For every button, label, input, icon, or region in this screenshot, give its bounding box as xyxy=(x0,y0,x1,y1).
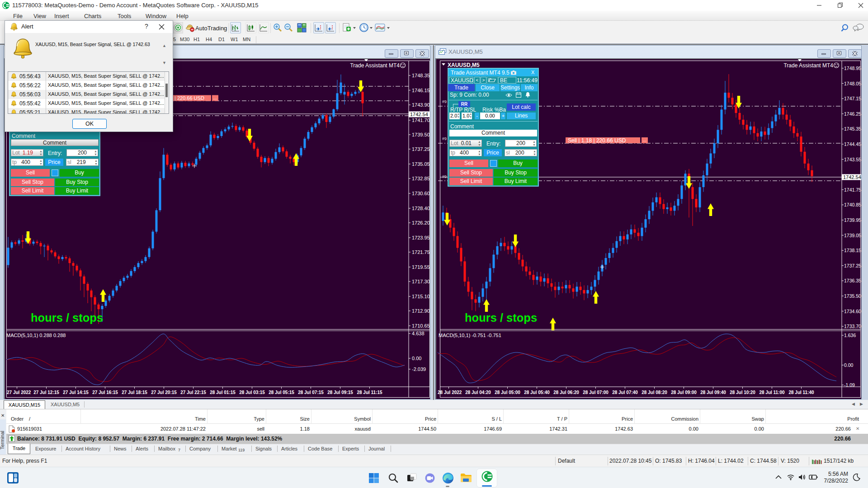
svg-text:1712.90: 1712.90 xyxy=(412,308,430,314)
svg-text:1735.50: 1735.50 xyxy=(844,293,861,299)
svg-text:1737.25: 1737.25 xyxy=(412,146,430,152)
svg-text:Sell | 1.18 | 220.66 USD: Sell | 1.18 | 220.66 USD xyxy=(568,137,626,144)
svg-text:1745.35: 1745.35 xyxy=(844,126,861,131)
svg-text:28 Jul 06:20: 28 Jul 06:20 xyxy=(553,390,579,395)
svg-text:0.00: 0.00 xyxy=(844,362,854,368)
svg-text:...: ... xyxy=(213,95,217,100)
svg-text:28 Jul 07:40: 28 Jul 07:40 xyxy=(612,390,638,395)
svg-text:hours / stops: hours / stops xyxy=(31,311,103,324)
svg-text:1748.35: 1748.35 xyxy=(412,73,430,78)
svg-text:28 Jul 07:15: 28 Jul 07:15 xyxy=(298,390,324,395)
svg-text:1726.20: 1726.20 xyxy=(412,220,430,225)
svg-text:28 Jul 09:00: 28 Jul 09:00 xyxy=(671,390,697,395)
svg-text:1710.65: 1710.65 xyxy=(412,323,430,328)
svg-text:1741.70: 1741.70 xyxy=(412,117,430,123)
svg-text:Trade Assistant MT4: Trade Assistant MT4 xyxy=(350,62,400,69)
svg-text:...: ... xyxy=(643,137,646,142)
svg-text:28 Jul 11:40: 28 Jul 11:40 xyxy=(788,390,814,395)
svg-text:28 Jul 09:15: 28 Jul 09:15 xyxy=(327,390,353,395)
svg-text:28 Jul 03:15: 28 Jul 03:15 xyxy=(239,390,265,395)
svg-text:1721.75: 1721.75 xyxy=(412,249,430,255)
svg-text:#9: #9 xyxy=(442,174,447,179)
svg-text:0.00: 0.00 xyxy=(412,356,421,361)
svg-text:28 Jul 10:20: 28 Jul 10:20 xyxy=(730,390,755,395)
svg-text:1715.10: 1715.10 xyxy=(412,294,430,299)
svg-text:28 Jul 08:20: 28 Jul 08:20 xyxy=(642,390,667,395)
svg-text:1717.30: 1717.30 xyxy=(412,279,430,284)
svg-text:1739.50: 1739.50 xyxy=(412,132,430,137)
svg-text:28 Jul 05:15: 28 Jul 05:15 xyxy=(269,390,294,395)
svg-text:1740.85: 1740.85 xyxy=(844,202,861,207)
svg-text:1742.54: 1742.54 xyxy=(410,112,428,117)
svg-text:1746.15: 1746.15 xyxy=(412,88,430,93)
svg-text:1747.15: 1747.15 xyxy=(844,96,861,101)
svg-text:1733.70: 1733.70 xyxy=(844,324,861,329)
svg-text:| 220.66 USD: | 220.66 USD xyxy=(175,95,204,101)
svg-text:MACD(5,10,1) -0.751 -0.751: MACD(5,10,1) -0.751 -0.751 xyxy=(439,333,501,338)
svg-text:1748.05: 1748.05 xyxy=(844,81,861,86)
svg-text:28 Jul 05:40: 28 Jul 05:40 xyxy=(524,390,550,395)
svg-text:1748.95: 1748.95 xyxy=(844,66,861,71)
svg-text:28 Jul 09:40: 28 Jul 09:40 xyxy=(700,390,726,395)
svg-text:27 Jul 18:15: 27 Jul 18:15 xyxy=(122,390,147,395)
svg-text:1723.95: 1723.95 xyxy=(412,235,430,240)
svg-text:#9: #9 xyxy=(442,99,447,104)
svg-text:1.636: 1.636 xyxy=(844,333,856,338)
svg-text:28 Jul 05:00: 28 Jul 05:00 xyxy=(495,390,520,395)
svg-text:XAUUSD,M5: XAUUSD,M5 xyxy=(448,62,480,68)
svg-text:1739.95: 1739.95 xyxy=(844,217,861,223)
svg-text:28 Jul 11:15: 28 Jul 11:15 xyxy=(357,390,382,395)
svg-text:27 Jul 16:15: 27 Jul 16:15 xyxy=(92,390,118,395)
svg-text:27 Jul 20:15: 27 Jul 20:15 xyxy=(151,390,177,395)
svg-text:1742.54: 1742.54 xyxy=(843,174,861,180)
svg-text:1730.60: 1730.60 xyxy=(412,191,430,196)
svg-text:-2.039: -2.039 xyxy=(412,366,426,372)
svg-text:1738.15: 1738.15 xyxy=(844,248,861,253)
svg-text:hours / stops: hours / stops xyxy=(465,311,537,324)
svg-text:#9: #9 xyxy=(442,136,447,141)
svg-text:28 Jul 07:00: 28 Jul 07:00 xyxy=(583,390,609,395)
svg-text:1737.25: 1737.25 xyxy=(844,263,861,268)
svg-text:Trade Assistant MT4: Trade Assistant MT4 xyxy=(783,62,833,69)
svg-text:1743.90: 1743.90 xyxy=(412,102,430,108)
svg-text:1743.55: 1743.55 xyxy=(844,157,861,162)
svg-text:1741.75: 1741.75 xyxy=(844,187,861,192)
svg-text:28 Jul 04:20: 28 Jul 04:20 xyxy=(465,390,491,395)
svg-text:1744.45: 1744.45 xyxy=(844,141,861,147)
svg-text:27 Jul 14:15: 27 Jul 14:15 xyxy=(63,390,89,395)
svg-text:1734.60: 1734.60 xyxy=(844,309,861,314)
svg-text:1736.35: 1736.35 xyxy=(844,278,861,283)
svg-text:28 Jul 11:00: 28 Jul 11:00 xyxy=(759,390,785,395)
svg-text:1735.05: 1735.05 xyxy=(412,161,430,167)
svg-text:27 Jul 2022: 27 Jul 2022 xyxy=(7,390,31,395)
svg-text:1732.85: 1732.85 xyxy=(412,176,430,181)
svg-text:4.638: 4.638 xyxy=(412,331,425,336)
svg-text:27 Jul 22:15: 27 Jul 22:15 xyxy=(180,390,206,395)
svg-text:-1.09: -1.09 xyxy=(844,382,855,388)
svg-text:MACD(5,10,1) 0.288 0.288: MACD(5,10,1) 0.288 0.288 xyxy=(6,333,66,338)
svg-text:1719.55: 1719.55 xyxy=(412,264,430,270)
svg-text:1739.05: 1739.05 xyxy=(844,233,861,238)
svg-text:28 Jul 2022: 28 Jul 2022 xyxy=(438,390,462,395)
svg-text:27 Jul 12:15: 27 Jul 12:15 xyxy=(33,390,59,395)
svg-text:28 Jul 01:15: 28 Jul 01:15 xyxy=(210,390,236,395)
svg-text:1728.40: 1728.40 xyxy=(412,206,430,211)
svg-text:1746.25: 1746.25 xyxy=(844,111,861,117)
